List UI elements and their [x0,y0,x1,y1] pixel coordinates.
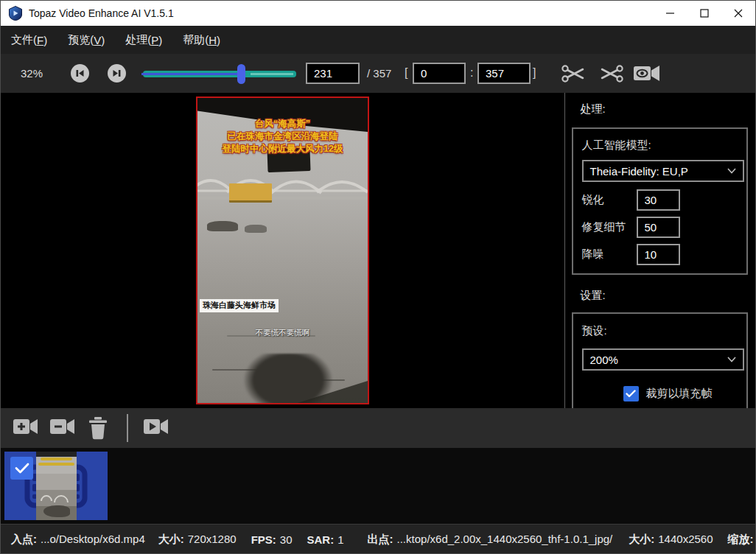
video-caption: 不要慌不要慌啊 [197,328,368,338]
thumbnail-video-image [36,452,77,520]
status-output-size: 大小:1440x2560 [629,533,713,547]
minimize-icon [666,9,675,18]
video-overlay-title: 台风“海高斯” 已在珠海市金湾区沿海登陆 登陆时中心附近最大风力12级 [197,118,368,155]
titlebar: Topaz Video Enhance AI V1.5.1 [1,1,755,26]
timeline-slider[interactable] [143,63,296,85]
menu-help-close: ) [217,34,220,46]
bottom-toolbar [1,408,755,448]
process-video-button[interactable] [143,416,169,439]
crop-to-fill-row: 裁剪以填充帧 [623,386,713,402]
skip-to-start-button[interactable] [71,64,89,83]
video-thumbnail-tile[interactable] [4,452,108,520]
preset-dropdown[interactable]: 200% [582,348,744,371]
video-canvas: 台风“海高斯” 已在珠海市金湾区沿海登陆 登陆时中心附近最大风力12级 [197,98,368,403]
preset-value: 200% [590,354,618,366]
window-controls [654,1,755,26]
denoise-label: 降噪 [582,248,637,262]
sharpen-row: 锐化 [582,189,680,211]
slider-handle[interactable] [237,64,245,84]
add-video-button[interactable] [13,416,39,439]
statusbar: 入点:...o/Desktop/x6d.mp4 大小:720x1280 FPS:… [1,524,755,554]
status-sar-label: SAR: [307,533,335,546]
check-icon [626,390,636,398]
maximize-icon [700,9,709,18]
restore-detail-row: 修复细节 [582,217,680,238]
status-out-point-label: 出点: [368,533,393,545]
scissors-right-icon [598,63,624,85]
status-output-size-label: 大小: [629,533,654,545]
skip-to-end-button[interactable] [108,64,126,83]
status-scale-label: 缩放: [728,533,754,545]
zoom-level-label: 32% [21,67,43,80]
status-input-size-value: 720x1280 [188,533,237,545]
chevron-down-icon-2 [727,357,736,362]
status-input-size: 大小:720x1280 [158,533,237,547]
remove-video-button[interactable] [49,416,76,439]
trim-start-input[interactable] [413,63,466,84]
status-in-point: 入点:...o/Desktop/x6d.mp4 [11,533,145,547]
main-area: 台风“海高斯” 已在珠海市金湾区沿海登陆 登陆时中心附近最大风力12级 [1,93,755,408]
menu-file-mnemonic: F [37,34,43,46]
maximize-button[interactable] [687,1,721,26]
status-fps-value: 30 [280,533,293,546]
overlay-line-1: 台风“海高斯” [197,118,368,130]
thumb-dark-smudge [43,505,70,517]
menu-file-text: 文件( [11,33,37,47]
status-output-size-value: 1440x2560 [658,533,713,545]
trim-cut-left-button[interactable] [561,63,587,87]
menu-file-close: ) [43,34,47,46]
video-preview-area[interactable]: 台风“海高斯” 已在珠海市金湾区沿海登陆 登陆时中心附近最大风力12级 [1,93,564,408]
menu-help-text: 帮助( [183,33,209,47]
ai-model-dropdown[interactable]: Theia-Fidelity: EU,P [582,160,744,182]
sharpen-input[interactable] [637,189,680,211]
close-button[interactable] [721,1,755,26]
trim-bracket-close: ] [533,66,536,80]
trim-cut-right-button[interactable] [598,63,624,87]
skip-to-start-icon [71,64,89,83]
skip-to-end-icon [108,64,126,83]
debris-shape [244,354,332,403]
minimize-button[interactable] [654,1,687,26]
preview-button[interactable] [633,63,661,87]
thumbnail-checkbox[interactable] [10,457,33,480]
trim-end-input[interactable] [477,63,531,84]
delete-button[interactable] [88,416,108,442]
preview-camera-eye-icon [633,63,661,85]
trim-colon: : [470,66,473,80]
video-frame[interactable]: 台风“海高斯” 已在珠海市金湾区沿海登陆 登陆时中心附近最大风力12级 [196,97,369,404]
trash-icon [88,416,108,440]
overlay-line-3: 登陆时中心附近最大风力12级 [197,143,368,155]
ai-model-value: Theia-Fidelity: EU,P [590,165,688,178]
status-fps-label: FPS: [251,533,276,546]
app-window: Topaz Video Enhance AI V1.5.1 文件(F) 预览(V… [0,0,756,554]
remove-video-icon [49,416,76,437]
scissors-left-icon [561,63,587,85]
overlay-line-2: 已在珠海市金湾区沿海登陆 [197,130,368,143]
play-video-icon [143,416,169,437]
settings-section-label: 设置: [581,289,606,303]
menu-item-help[interactable]: 帮助(H) [172,26,231,54]
denoise-row: 降噪 [582,244,680,265]
settings-panel: 处理: 人工智能模型: Theia-Fidelity: EU,P 锐化 修复细节… [564,93,756,408]
status-input-size-label: 大小: [158,533,184,545]
status-sar: SAR:1 [307,533,344,546]
add-video-icon [13,416,39,437]
menu-process-close: ) [158,34,162,46]
status-in-point-value: ...o/Desktop/x6d.mp4 [41,533,145,545]
ai-model-groupbox: 人工智能模型: Theia-Fidelity: EU,P 锐化 修复细节 降噪 [572,127,748,275]
menu-item-file[interactable]: 文件(F) [1,26,57,54]
thumb-yellow-text-2 [38,463,74,466]
menu-item-process[interactable]: 处理(P) [115,26,172,54]
menu-process-text: 处理( [125,33,151,47]
current-frame-input[interactable] [306,63,360,84]
status-fps: FPS:30 [251,533,293,546]
status-scale: 缩放:200% [728,533,756,547]
preset-label: 预设: [582,324,607,338]
menu-item-preview[interactable]: 预览(V) [57,26,115,54]
crop-to-fill-checkbox[interactable] [623,386,639,402]
denoise-input[interactable] [637,244,680,265]
chevron-down-icon [727,168,736,174]
restore-detail-input[interactable] [637,217,680,238]
toolbar: 32% / 357 [ : ] [1,54,755,93]
menu-preview-close: ) [101,34,105,46]
